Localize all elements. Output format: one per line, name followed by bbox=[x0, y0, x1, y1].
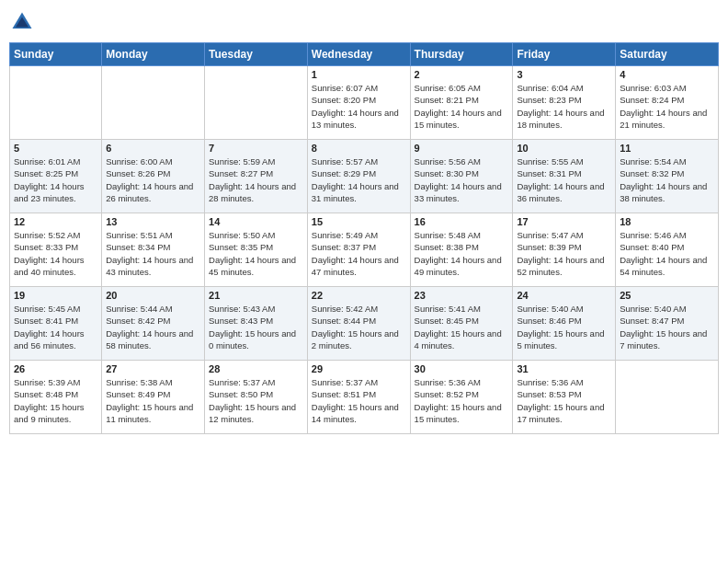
day-number: 12 bbox=[14, 216, 97, 227]
calendar-cell: 24Sunrise: 5:40 AM Sunset: 8:46 PM Dayli… bbox=[513, 287, 616, 361]
day-number: 20 bbox=[106, 290, 200, 301]
day-detail: Sunrise: 5:52 AM Sunset: 8:33 PM Dayligh… bbox=[14, 229, 97, 278]
calendar-cell: 20Sunrise: 5:44 AM Sunset: 8:42 PM Dayli… bbox=[102, 287, 205, 361]
day-number: 27 bbox=[106, 363, 200, 374]
calendar-cell: 31Sunrise: 5:36 AM Sunset: 8:53 PM Dayli… bbox=[513, 361, 616, 434]
day-detail: Sunrise: 5:46 AM Sunset: 8:40 PM Dayligh… bbox=[620, 229, 714, 278]
calendar-week-row: 19Sunrise: 5:45 AM Sunset: 8:41 PM Dayli… bbox=[10, 287, 719, 361]
day-number: 31 bbox=[517, 363, 611, 374]
calendar-cell: 19Sunrise: 5:45 AM Sunset: 8:41 PM Dayli… bbox=[10, 287, 102, 361]
calendar-table: SundayMondayTuesdayWednesdayThursdayFrid… bbox=[9, 42, 719, 434]
calendar-cell: 13Sunrise: 5:51 AM Sunset: 8:34 PM Dayli… bbox=[102, 213, 205, 287]
day-detail: Sunrise: 5:54 AM Sunset: 8:32 PM Dayligh… bbox=[620, 155, 714, 204]
day-number: 18 bbox=[620, 216, 714, 227]
day-detail: Sunrise: 5:44 AM Sunset: 8:42 PM Dayligh… bbox=[106, 303, 200, 351]
day-detail: Sunrise: 5:59 AM Sunset: 8:27 PM Dayligh… bbox=[209, 155, 303, 204]
logo-icon bbox=[9, 9, 35, 35]
calendar-cell: 28Sunrise: 5:37 AM Sunset: 8:50 PM Dayli… bbox=[205, 361, 308, 434]
day-detail: Sunrise: 5:57 AM Sunset: 8:29 PM Dayligh… bbox=[312, 155, 406, 204]
calendar-cell: 17Sunrise: 5:47 AM Sunset: 8:39 PM Dayli… bbox=[513, 213, 616, 287]
day-number: 28 bbox=[209, 363, 303, 374]
day-detail: Sunrise: 6:00 AM Sunset: 8:26 PM Dayligh… bbox=[106, 155, 200, 204]
day-detail: Sunrise: 5:45 AM Sunset: 8:41 PM Dayligh… bbox=[14, 303, 97, 351]
day-number: 16 bbox=[415, 216, 509, 227]
day-number: 3 bbox=[517, 69, 611, 80]
day-detail: Sunrise: 5:40 AM Sunset: 8:47 PM Dayligh… bbox=[620, 303, 714, 351]
day-number: 17 bbox=[517, 216, 611, 227]
weekday-header-tuesday: Tuesday bbox=[205, 43, 308, 66]
weekday-header-wednesday: Wednesday bbox=[307, 43, 410, 66]
day-number: 4 bbox=[620, 69, 714, 80]
page-header bbox=[9, 9, 719, 35]
day-number: 30 bbox=[415, 363, 509, 374]
calendar-cell bbox=[10, 66, 102, 140]
day-number: 25 bbox=[620, 290, 714, 301]
calendar-cell: 22Sunrise: 5:42 AM Sunset: 8:44 PM Dayli… bbox=[307, 287, 410, 361]
day-detail: Sunrise: 5:43 AM Sunset: 8:43 PM Dayligh… bbox=[209, 303, 303, 351]
day-number: 26 bbox=[14, 363, 97, 374]
day-number: 13 bbox=[106, 216, 200, 227]
day-number: 21 bbox=[209, 290, 303, 301]
day-detail: Sunrise: 6:07 AM Sunset: 8:20 PM Dayligh… bbox=[312, 82, 406, 131]
calendar-cell: 16Sunrise: 5:48 AM Sunset: 8:38 PM Dayli… bbox=[410, 213, 513, 287]
day-detail: Sunrise: 5:38 AM Sunset: 8:49 PM Dayligh… bbox=[106, 376, 200, 425]
calendar-cell: 8Sunrise: 5:57 AM Sunset: 8:29 PM Daylig… bbox=[307, 140, 410, 213]
weekday-header-saturday: Saturday bbox=[616, 43, 719, 66]
calendar-cell: 27Sunrise: 5:38 AM Sunset: 8:49 PM Dayli… bbox=[102, 361, 205, 434]
calendar-cell: 1Sunrise: 6:07 AM Sunset: 8:20 PM Daylig… bbox=[307, 66, 410, 140]
calendar-cell: 6Sunrise: 6:00 AM Sunset: 8:26 PM Daylig… bbox=[102, 140, 205, 213]
day-detail: Sunrise: 6:01 AM Sunset: 8:25 PM Dayligh… bbox=[14, 155, 97, 204]
calendar-cell: 15Sunrise: 5:49 AM Sunset: 8:37 PM Dayli… bbox=[307, 213, 410, 287]
calendar-cell bbox=[616, 361, 719, 434]
calendar-cell: 30Sunrise: 5:36 AM Sunset: 8:52 PM Dayli… bbox=[410, 361, 513, 434]
day-detail: Sunrise: 5:36 AM Sunset: 8:52 PM Dayligh… bbox=[415, 376, 509, 425]
day-number: 9 bbox=[415, 143, 509, 154]
calendar-cell: 4Sunrise: 6:03 AM Sunset: 8:24 PM Daylig… bbox=[616, 66, 719, 140]
day-detail: Sunrise: 5:55 AM Sunset: 8:31 PM Dayligh… bbox=[517, 155, 611, 204]
calendar-cell: 18Sunrise: 5:46 AM Sunset: 8:40 PM Dayli… bbox=[616, 213, 719, 287]
day-number: 5 bbox=[14, 143, 97, 154]
day-number: 24 bbox=[517, 290, 611, 301]
calendar-cell: 23Sunrise: 5:41 AM Sunset: 8:45 PM Dayli… bbox=[410, 287, 513, 361]
calendar-cell: 5Sunrise: 6:01 AM Sunset: 8:25 PM Daylig… bbox=[10, 140, 102, 213]
day-detail: Sunrise: 5:39 AM Sunset: 8:48 PM Dayligh… bbox=[14, 376, 97, 425]
calendar-cell: 2Sunrise: 6:05 AM Sunset: 8:21 PM Daylig… bbox=[410, 66, 513, 140]
weekday-header-thursday: Thursday bbox=[410, 43, 513, 66]
day-number: 15 bbox=[312, 216, 406, 227]
weekday-header-row: SundayMondayTuesdayWednesdayThursdayFrid… bbox=[10, 43, 719, 66]
day-detail: Sunrise: 5:41 AM Sunset: 8:45 PM Dayligh… bbox=[415, 303, 509, 351]
day-detail: Sunrise: 5:37 AM Sunset: 8:50 PM Dayligh… bbox=[209, 376, 303, 425]
day-detail: Sunrise: 5:50 AM Sunset: 8:35 PM Dayligh… bbox=[209, 229, 303, 278]
day-detail: Sunrise: 5:49 AM Sunset: 8:37 PM Dayligh… bbox=[312, 229, 406, 278]
calendar-cell: 14Sunrise: 5:50 AM Sunset: 8:35 PM Dayli… bbox=[205, 213, 308, 287]
calendar-cell: 10Sunrise: 5:55 AM Sunset: 8:31 PM Dayli… bbox=[513, 140, 616, 213]
calendar-week-row: 1Sunrise: 6:07 AM Sunset: 8:20 PM Daylig… bbox=[10, 66, 719, 140]
day-detail: Sunrise: 5:56 AM Sunset: 8:30 PM Dayligh… bbox=[415, 155, 509, 204]
day-detail: Sunrise: 5:48 AM Sunset: 8:38 PM Dayligh… bbox=[415, 229, 509, 278]
day-detail: Sunrise: 6:05 AM Sunset: 8:21 PM Dayligh… bbox=[415, 82, 509, 131]
calendar-cell bbox=[205, 66, 308, 140]
day-number: 7 bbox=[209, 143, 303, 154]
day-detail: Sunrise: 5:36 AM Sunset: 8:53 PM Dayligh… bbox=[517, 376, 611, 425]
calendar-cell: 9Sunrise: 5:56 AM Sunset: 8:30 PM Daylig… bbox=[410, 140, 513, 213]
day-detail: Sunrise: 5:51 AM Sunset: 8:34 PM Dayligh… bbox=[106, 229, 200, 278]
day-detail: Sunrise: 5:40 AM Sunset: 8:46 PM Dayligh… bbox=[517, 303, 611, 351]
calendar-cell: 21Sunrise: 5:43 AM Sunset: 8:43 PM Dayli… bbox=[205, 287, 308, 361]
day-number: 10 bbox=[517, 143, 611, 154]
day-detail: Sunrise: 5:37 AM Sunset: 8:51 PM Dayligh… bbox=[312, 376, 406, 425]
day-number: 14 bbox=[209, 216, 303, 227]
calendar-cell: 7Sunrise: 5:59 AM Sunset: 8:27 PM Daylig… bbox=[205, 140, 308, 213]
weekday-header-monday: Monday bbox=[102, 43, 205, 66]
calendar-week-row: 5Sunrise: 6:01 AM Sunset: 8:25 PM Daylig… bbox=[10, 140, 719, 213]
day-number: 8 bbox=[312, 143, 406, 154]
calendar-cell: 12Sunrise: 5:52 AM Sunset: 8:33 PM Dayli… bbox=[10, 213, 102, 287]
day-detail: Sunrise: 6:03 AM Sunset: 8:24 PM Dayligh… bbox=[620, 82, 714, 131]
calendar-week-row: 12Sunrise: 5:52 AM Sunset: 8:33 PM Dayli… bbox=[10, 213, 719, 287]
day-number: 23 bbox=[415, 290, 509, 301]
day-number: 22 bbox=[312, 290, 406, 301]
calendar-cell: 11Sunrise: 5:54 AM Sunset: 8:32 PM Dayli… bbox=[616, 140, 719, 213]
day-number: 2 bbox=[415, 69, 509, 80]
calendar-cell: 3Sunrise: 6:04 AM Sunset: 8:23 PM Daylig… bbox=[513, 66, 616, 140]
day-detail: Sunrise: 5:47 AM Sunset: 8:39 PM Dayligh… bbox=[517, 229, 611, 278]
day-number: 19 bbox=[14, 290, 97, 301]
